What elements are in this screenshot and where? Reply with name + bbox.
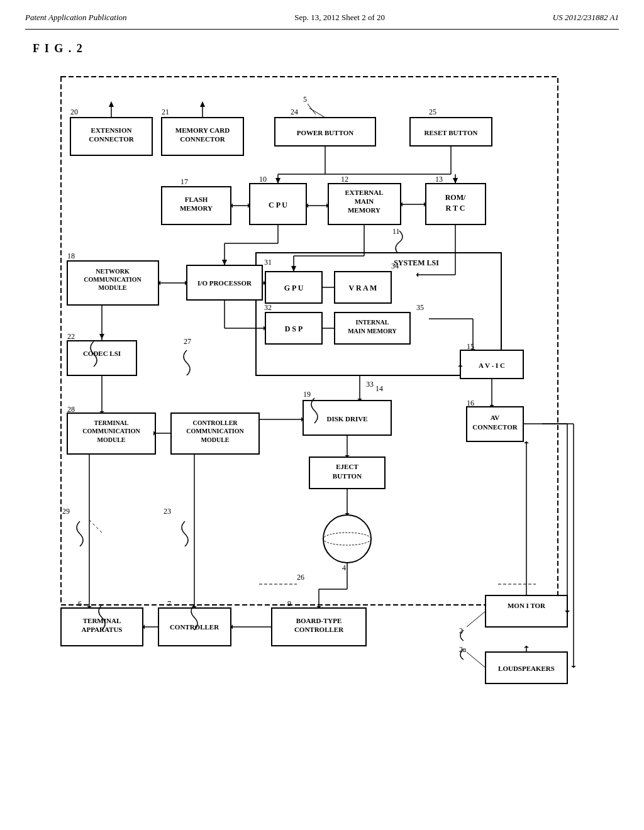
svg-text:26: 26 xyxy=(297,573,304,582)
svg-text:2a: 2a xyxy=(459,645,467,654)
svg-marker-194 xyxy=(524,646,529,648)
svg-text:MODULE: MODULE xyxy=(97,436,126,443)
svg-rect-63 xyxy=(158,608,231,646)
svg-text:24: 24 xyxy=(291,108,298,116)
svg-line-199 xyxy=(467,652,486,668)
svg-text:COMMUNICATION: COMMUNICATION xyxy=(186,428,244,434)
svg-marker-108 xyxy=(109,101,114,107)
diagram-area: F I G . 2 EXTENSION CONNECTOR MEMORY CAR… xyxy=(26,42,618,772)
svg-text:CONNECTOR: CONNECTOR xyxy=(472,423,518,431)
svg-rect-31 xyxy=(265,272,322,303)
svg-text:BOARD-TYPE: BOARD-TYPE xyxy=(296,617,342,624)
svg-marker-140 xyxy=(158,280,160,285)
svg-text:RESET BUTTON: RESET BUTTON xyxy=(425,129,478,136)
svg-line-77 xyxy=(308,104,316,114)
svg-text:NETWORK: NETWORK xyxy=(96,268,130,275)
svg-marker-124 xyxy=(326,203,328,208)
svg-marker-179 xyxy=(87,606,92,608)
svg-text:D S P: D S P xyxy=(285,324,303,333)
svg-marker-143 xyxy=(264,280,265,285)
svg-marker-126 xyxy=(401,202,402,207)
svg-text:23: 23 xyxy=(164,507,171,516)
svg-rect-16 xyxy=(328,184,401,224)
svg-text:APPARATUS: APPARATUS xyxy=(82,626,123,633)
svg-marker-169 xyxy=(357,399,362,401)
svg-marker-182 xyxy=(192,606,197,608)
svg-marker-174 xyxy=(345,513,350,515)
svg-rect-47 xyxy=(67,413,155,454)
svg-text:28: 28 xyxy=(67,405,75,414)
svg-rect-55 xyxy=(303,401,391,435)
svg-text:INTERNAL: INTERNAL xyxy=(356,319,389,326)
svg-marker-147 xyxy=(264,326,265,331)
svg-marker-123 xyxy=(306,203,308,208)
svg-text:CONNECTOR: CONNECTOR xyxy=(89,135,134,143)
svg-text:EXTERNAL: EXTERNAL xyxy=(345,189,383,196)
svg-text:5: 5 xyxy=(303,95,307,104)
svg-marker-127 xyxy=(424,202,426,207)
svg-text:33: 33 xyxy=(366,380,374,389)
svg-text:G P U: G P U xyxy=(284,284,304,292)
svg-marker-161 xyxy=(99,411,104,413)
header-publication-type: Patent Application Publication xyxy=(25,13,127,23)
svg-text:17: 17 xyxy=(180,177,188,186)
svg-text:FLASH: FLASH xyxy=(185,196,208,203)
svg-rect-0 xyxy=(61,77,558,605)
svg-text:EJECT: EJECT xyxy=(336,463,358,470)
svg-text:15: 15 xyxy=(467,342,474,351)
svg-text:14: 14 xyxy=(375,384,383,393)
svg-marker-118 xyxy=(453,178,458,184)
svg-rect-11 xyxy=(162,187,231,224)
svg-rect-7 xyxy=(275,118,375,146)
svg-marker-150 xyxy=(99,334,104,339)
svg-text:19: 19 xyxy=(303,390,311,399)
svg-text:A V - I C: A V - I C xyxy=(479,362,505,369)
svg-marker-114 xyxy=(275,178,280,184)
header-patent-number: US 2012/231882 A1 xyxy=(553,13,619,23)
svg-text:CODEC LSI: CODEC LSI xyxy=(83,350,121,357)
svg-rect-60 xyxy=(61,608,143,646)
svg-text:35: 35 xyxy=(416,303,424,312)
svg-text:34: 34 xyxy=(391,262,399,270)
svg-text:16: 16 xyxy=(467,399,474,407)
svg-marker-197 xyxy=(571,666,576,668)
svg-text:4: 4 xyxy=(342,563,346,572)
svg-text:31: 31 xyxy=(264,258,272,267)
svg-rect-70 xyxy=(486,652,567,683)
svg-marker-186 xyxy=(316,606,321,608)
svg-text:20: 20 xyxy=(70,108,78,116)
svg-rect-14 xyxy=(250,184,306,224)
svg-text:TERMINAL: TERMINAL xyxy=(94,419,128,426)
svg-marker-190 xyxy=(143,624,145,629)
svg-marker-120 xyxy=(231,203,233,208)
svg-text:6: 6 xyxy=(78,599,82,608)
svg-rect-40 xyxy=(67,341,136,375)
svg-text:POWER BUTTON: POWER BUTTON xyxy=(297,129,354,136)
svg-text:MODULE: MODULE xyxy=(99,284,127,291)
svg-marker-141 xyxy=(185,280,187,285)
svg-text:10: 10 xyxy=(259,175,267,184)
svg-rect-29 xyxy=(187,265,262,300)
svg-text:13: 13 xyxy=(435,175,443,184)
svg-line-198 xyxy=(467,611,486,627)
svg-marker-131 xyxy=(222,260,227,265)
svg-line-200 xyxy=(309,108,325,118)
svg-text:9: 9 xyxy=(287,599,291,608)
svg-text:22: 22 xyxy=(67,332,75,341)
svg-point-72 xyxy=(323,515,371,563)
svg-line-177 xyxy=(89,520,102,533)
svg-rect-68 xyxy=(486,595,567,627)
svg-rect-23 xyxy=(256,253,501,375)
svg-text:C P U: C P U xyxy=(269,201,287,209)
svg-text:29: 29 xyxy=(62,507,70,516)
svg-marker-163 xyxy=(153,431,155,436)
svg-text:MAIN MEMORY: MAIN MEMORY xyxy=(348,328,397,335)
svg-text:EXTENSION: EXTENSION xyxy=(91,126,132,134)
svg-rect-4 xyxy=(162,118,243,155)
svg-text:COMMUNICATION: COMMUNICATION xyxy=(82,428,140,434)
page-header: Patent Application Publication Sep. 13, … xyxy=(25,13,619,30)
svg-text:I/O PROCESSOR: I/O PROCESSOR xyxy=(197,279,252,287)
svg-text:TERMINAL: TERMINAL xyxy=(83,617,121,624)
svg-rect-9 xyxy=(410,118,492,146)
svg-marker-138 xyxy=(416,272,418,277)
